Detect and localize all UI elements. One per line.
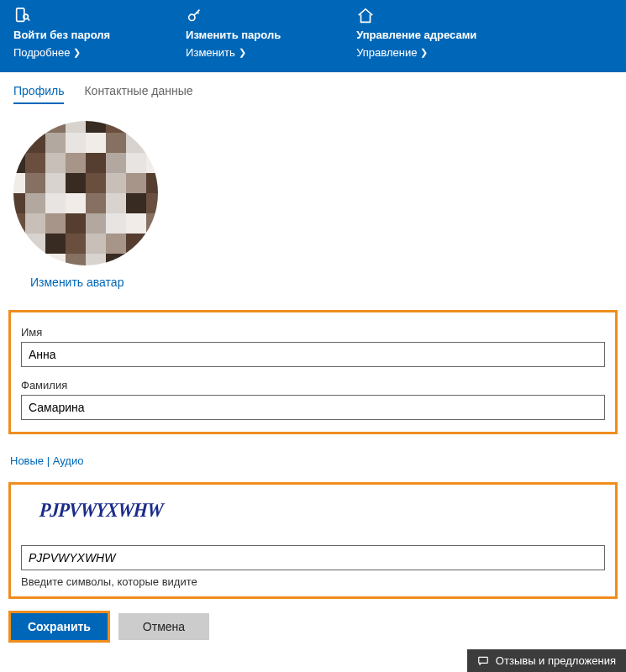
card-title: Изменить пароль xyxy=(186,29,281,41)
chat-icon xyxy=(477,655,489,667)
svg-rect-0 xyxy=(17,8,24,22)
captcha-audio-link[interactable]: Аудио xyxy=(53,454,84,467)
captcha-box-highlight: PJPVWYXWHW Введите символы, которые види… xyxy=(8,482,618,599)
chevron-right-icon: ❯ xyxy=(73,47,81,58)
change-avatar-link[interactable]: Изменить аватар xyxy=(13,276,124,289)
phone-key-icon xyxy=(13,7,110,25)
cancel-button[interactable]: Отмена xyxy=(118,613,209,640)
captcha-new-link[interactable]: Новые xyxy=(10,454,44,467)
card-change-password[interactable]: Изменить пароль Изменить❯ xyxy=(186,7,281,59)
captcha-hint: Введите символы, которые видите xyxy=(21,575,605,588)
key-icon xyxy=(186,7,281,25)
first-name-label: Имя xyxy=(21,326,605,339)
card-link[interactable]: Подробнее❯ xyxy=(13,46,81,59)
button-row: Сохранить Отмена xyxy=(0,611,626,643)
last-name-label: Фамилия xyxy=(21,379,605,391)
chevron-right-icon: ❯ xyxy=(420,47,428,58)
avatar-section: Изменить аватар xyxy=(0,104,626,298)
captcha-image: PJPVWYXWHW xyxy=(21,490,181,530)
card-link[interactable]: Изменить❯ xyxy=(186,46,246,59)
first-name-input[interactable] xyxy=(21,342,605,367)
card-link[interactable]: Управление❯ xyxy=(356,46,428,59)
save-button[interactable]: Сохранить xyxy=(11,613,108,640)
card-passwordless[interactable]: Войти без пароля Подробнее❯ xyxy=(13,7,110,59)
captcha-controls: Новые | Аудио xyxy=(0,446,626,470)
tab-bar: Профиль Контактные данные xyxy=(0,72,626,104)
save-button-highlight: Сохранить xyxy=(8,611,110,643)
chevron-right-icon: ❯ xyxy=(239,47,246,58)
tab-contact[interactable]: Контактные данные xyxy=(84,84,192,104)
last-name-input[interactable] xyxy=(21,395,605,420)
header-banner: Войти без пароля Подробнее❯ Изменить пар… xyxy=(0,0,626,72)
card-manage-addresses[interactable]: Управление адресами Управление❯ xyxy=(356,7,476,59)
card-title: Войти без пароля xyxy=(13,29,110,41)
name-box-highlight: Имя Фамилия xyxy=(8,310,618,434)
feedback-button[interactable]: Отзывы и предложения xyxy=(467,649,626,672)
captcha-input[interactable] xyxy=(21,545,605,570)
svg-rect-3 xyxy=(479,657,488,663)
home-icon xyxy=(356,7,476,25)
avatar xyxy=(13,121,158,265)
card-title: Управление адресами xyxy=(356,29,476,41)
svg-point-2 xyxy=(189,14,195,20)
tab-profile[interactable]: Профиль xyxy=(13,84,64,104)
